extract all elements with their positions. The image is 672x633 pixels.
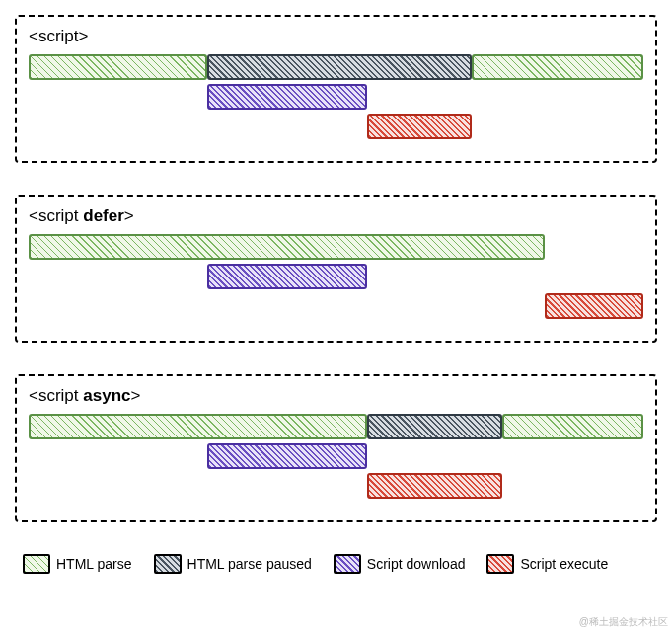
bar-html-parse <box>29 234 545 260</box>
title-suffix: > <box>124 206 134 225</box>
legend-label: Script execute <box>520 556 608 572</box>
title-prefix: <script <box>29 206 83 225</box>
bar-script-download <box>207 84 367 110</box>
bar-script-download <box>207 443 367 469</box>
legend-item: HTML parse paused <box>154 554 312 574</box>
title-keyword: defer <box>83 206 124 225</box>
legend-swatch <box>23 554 50 574</box>
panel-2: <script async> <box>15 374 657 522</box>
title-prefix: <script <box>29 386 83 405</box>
legend-swatch <box>486 554 514 574</box>
panel-1: <script defer> <box>15 195 657 343</box>
bar-html-parse <box>29 54 207 80</box>
legend: HTML parseHTML parse pausedScript downlo… <box>15 554 657 574</box>
panel-0: <script> <box>15 15 657 163</box>
title-keyword: async <box>83 386 130 405</box>
title-suffix: > <box>79 27 89 45</box>
bar-script-download <box>207 264 367 289</box>
legend-swatch <box>334 554 361 574</box>
panel-title: <script defer> <box>29 206 643 226</box>
legend-swatch <box>154 554 182 574</box>
timeline-track <box>29 234 643 323</box>
legend-label: HTML parse paused <box>187 556 312 572</box>
legend-item: Script download <box>334 554 466 574</box>
panel-title: <script async> <box>29 386 643 406</box>
legend-label: HTML parse <box>56 556 132 572</box>
bar-html-parse <box>29 414 367 439</box>
title-prefix: <script <box>29 27 79 45</box>
bar-script-execute <box>545 293 643 319</box>
legend-item: HTML parse <box>23 554 132 574</box>
bar-html-parse-paused <box>207 54 472 80</box>
bar-script-execute <box>367 473 502 499</box>
timeline-track <box>29 414 643 503</box>
bar-html-parse-paused <box>367 414 502 439</box>
legend-label: Script download <box>367 556 466 572</box>
panel-title: <script> <box>29 27 643 46</box>
legend-item: Script execute <box>486 554 608 574</box>
timeline-track <box>29 54 643 143</box>
bar-html-parse <box>502 414 643 439</box>
bar-html-parse <box>472 54 643 80</box>
title-suffix: > <box>130 386 140 405</box>
bar-script-execute <box>367 114 472 139</box>
